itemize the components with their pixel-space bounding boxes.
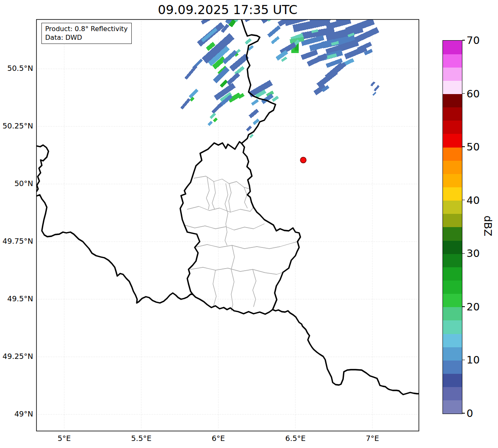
x-tick-label: 7°E xyxy=(354,434,391,443)
colorbar-tick-label: 10 xyxy=(467,355,480,365)
colorbar-segment xyxy=(443,360,462,374)
colorbar-segment xyxy=(443,121,462,134)
admin-border xyxy=(187,206,254,212)
colorbar-segment xyxy=(443,387,462,401)
radar-echo-cell xyxy=(261,7,281,24)
colorbar-segment xyxy=(443,80,462,94)
colorbar-tick-mark xyxy=(462,146,465,147)
y-tick-label: 49.25°N xyxy=(0,352,34,361)
radar-echo-cell xyxy=(213,118,218,122)
y-tick-label: 50.25°N xyxy=(0,121,34,130)
colorbar-tick-label: 60 xyxy=(467,89,480,99)
colorbar-tick-mark xyxy=(462,93,465,94)
radar-echo-cell xyxy=(211,103,222,114)
y-tick-label: 50°N xyxy=(0,179,34,188)
colorbar-tick-mark xyxy=(462,306,465,307)
radar-echo-cell xyxy=(245,38,252,45)
colorbar-segment xyxy=(443,187,462,201)
admin-border xyxy=(184,224,264,230)
admin-border xyxy=(195,242,297,249)
colorbar-tick-label: 0 xyxy=(467,408,473,419)
colorbar-segment xyxy=(443,281,462,294)
admin-border xyxy=(229,184,231,212)
y-tick-label: 50.5°N xyxy=(0,64,34,73)
country-border xyxy=(36,145,48,191)
radar-echo-cell xyxy=(370,81,375,86)
radar-echo-cell xyxy=(372,92,377,96)
admin-border xyxy=(212,182,215,209)
colorbar-tick-mark xyxy=(462,253,465,254)
admin-border xyxy=(231,245,234,311)
colorbar-segment xyxy=(443,227,462,241)
colorbar-segment xyxy=(443,400,462,414)
radar-map-figure: 09.09.2025 17:35 UTC Product: 0.8° Refle… xyxy=(0,0,498,448)
colorbar-segment xyxy=(443,107,462,121)
y-tick-label: 49.5°N xyxy=(0,294,34,303)
colorbar-segment xyxy=(443,307,462,321)
colorbar-segment xyxy=(443,174,462,187)
admin-border-layer xyxy=(184,176,297,311)
colorbar-segment xyxy=(443,160,462,174)
map-canvas xyxy=(0,0,498,448)
country-border xyxy=(180,142,300,314)
product-annotation-line1: Product: 0.8° Reflectivity xyxy=(45,24,128,33)
admin-border xyxy=(253,269,256,307)
radar-echo-cell xyxy=(180,98,191,109)
colorbar-tick-mark xyxy=(462,200,465,201)
colorbar-tick-label: 70 xyxy=(467,35,480,46)
admin-border xyxy=(206,177,209,209)
colorbar-segment xyxy=(443,240,462,254)
colorbar-segment xyxy=(443,201,462,214)
country-border xyxy=(273,310,419,395)
country-border-layer xyxy=(36,19,419,395)
colorbar-segment xyxy=(443,94,462,108)
radar-echo-cell xyxy=(201,28,218,42)
y-tick-label: 49°N xyxy=(0,409,34,418)
radar-echo-layer xyxy=(180,3,380,138)
colorbar-segment xyxy=(443,54,462,68)
colorbar-segment xyxy=(443,267,462,281)
x-tick-label: 6.5°E xyxy=(277,434,314,443)
x-tick-label: 5.5°E xyxy=(123,434,160,443)
colorbar-segment xyxy=(443,347,462,361)
colorbar-tick-label: 30 xyxy=(467,248,480,259)
radar-echo-cell xyxy=(227,73,240,85)
radar-echo-cell xyxy=(251,99,259,106)
radar-echo-cell xyxy=(184,65,197,80)
radar-echo-cell xyxy=(374,85,380,91)
colorbar-segment xyxy=(443,320,462,334)
colorbar-tick-mark xyxy=(462,40,465,41)
colorbar-segment xyxy=(443,41,462,54)
radar-echo-cell xyxy=(244,15,253,22)
colorbar-tick-mark xyxy=(462,360,465,361)
admin-border xyxy=(225,184,228,245)
colorbar-segment xyxy=(443,254,462,267)
colorbar-segment xyxy=(443,147,462,161)
radar-site-marker xyxy=(300,157,306,163)
country-border xyxy=(36,195,193,303)
colorbar-segment xyxy=(443,374,462,387)
colorbar-tick-mark xyxy=(462,413,465,414)
colorbar-tick-label: 50 xyxy=(467,142,480,152)
product-annotation-box: Product: 0.8° Reflectivity Data: DWD xyxy=(41,23,132,44)
radar-echo-cell xyxy=(208,121,213,126)
colorbar-unit-label: dBZ xyxy=(482,216,494,236)
colorbar xyxy=(442,40,462,414)
radar-echo-cell xyxy=(249,109,259,118)
radar-echo-cell xyxy=(234,14,241,22)
admin-border xyxy=(213,270,216,307)
colorbar-segment xyxy=(443,67,462,81)
colorbar-segment xyxy=(443,294,462,308)
product-annotation-line2: Data: DWD xyxy=(45,33,128,42)
admin-border xyxy=(244,187,247,208)
colorbar-segment xyxy=(443,334,462,347)
colorbar-tick-label: 40 xyxy=(467,195,480,206)
colorbar-tick-label: 20 xyxy=(467,302,480,312)
radar-echo-cell xyxy=(220,80,228,88)
radar-echo-cell xyxy=(271,36,280,44)
admin-border xyxy=(191,267,283,274)
radar-echo-cell xyxy=(201,16,212,24)
y-tick-label: 49.75°N xyxy=(0,237,34,245)
radar-echo-cell xyxy=(267,14,276,22)
colorbar-segment xyxy=(443,134,462,148)
